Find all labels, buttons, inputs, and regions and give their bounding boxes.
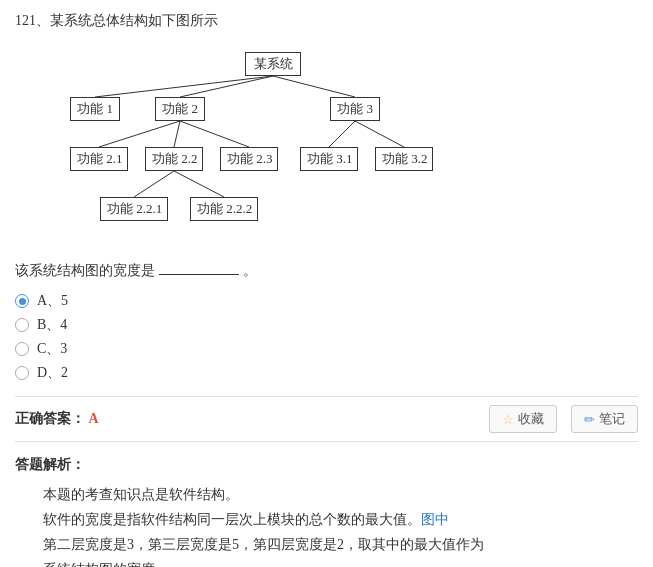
- option-D[interactable]: D、2: [15, 364, 638, 382]
- svg-line-7: [355, 121, 404, 147]
- option-A[interactable]: A、5: [15, 292, 638, 310]
- svg-line-1: [180, 76, 273, 97]
- option-label-B: B、4: [37, 316, 67, 334]
- tree-node-f2: 功能 2: [155, 97, 205, 121]
- tree-node-f3: 功能 3: [330, 97, 380, 121]
- svg-line-3: [99, 121, 180, 147]
- collect-button[interactable]: ☆ 收藏: [489, 405, 557, 433]
- radio-B: [15, 318, 29, 332]
- tree-node-f32: 功能 3.2: [375, 147, 433, 171]
- pencil-icon: ✏: [584, 412, 595, 427]
- svg-line-0: [95, 76, 273, 97]
- tree-node-f221: 功能 2.2.1: [100, 197, 168, 221]
- tree-node-f1: 功能 1: [70, 97, 120, 121]
- tree-diagram: 某系统功能 1功能 2功能 3功能 2.1功能 2.2功能 2.3功能 3.1功…: [15, 42, 638, 252]
- analysis-line-1: 软件的宽度是指软件结构同一层次上模块的总个数的最大值。图中: [43, 507, 638, 532]
- option-B[interactable]: B、4: [15, 316, 638, 334]
- option-label-A: A、5: [37, 292, 68, 310]
- svg-line-4: [174, 121, 180, 147]
- question-number: 121、某系统总体结构如下图所示: [15, 13, 218, 28]
- tree-node-f222: 功能 2.2.2: [190, 197, 258, 221]
- analysis-line-3: 系统结构图的宽度。: [43, 557, 638, 567]
- analysis-title: 答题解析：: [15, 452, 638, 477]
- tree-node-f31: 功能 3.1: [300, 147, 358, 171]
- analysis-line-2: 第二层宽度是3，第三层宽度是5，第四层宽度是2，取其中的最大值作为: [43, 532, 638, 557]
- answer-value: A: [89, 411, 99, 426]
- note-button[interactable]: ✏ 笔记: [571, 405, 638, 433]
- correct-answer: 正确答案： A: [15, 410, 99, 428]
- analysis-line-0: 本题的考查知识点是软件结构。: [43, 482, 638, 507]
- tree-node-f22: 功能 2.2: [145, 147, 203, 171]
- radio-A: [15, 294, 29, 308]
- option-C[interactable]: C、3: [15, 340, 638, 358]
- option-label-C: C、3: [37, 340, 67, 358]
- answer-blank: [159, 274, 239, 275]
- analysis-section: 答题解析： 本题的考查知识点是软件结构。软件的宽度是指软件结构同一层次上模块的总…: [15, 452, 638, 567]
- analysis-body: 本题的考查知识点是软件结构。软件的宽度是指软件结构同一层次上模块的总个数的最大值…: [15, 482, 638, 567]
- svg-line-8: [134, 171, 174, 197]
- action-buttons: ☆ 收藏 ✏ 笔记: [489, 405, 638, 433]
- radio-C: [15, 342, 29, 356]
- svg-line-9: [174, 171, 224, 197]
- svg-line-2: [273, 76, 355, 97]
- tree-node-root: 某系统: [245, 52, 301, 76]
- question-text: 该系统结构图的宽度是。: [15, 262, 638, 280]
- options-list: A、5B、4C、3D、2: [15, 292, 638, 382]
- svg-line-5: [180, 121, 249, 147]
- highlight-text: 图中: [421, 512, 449, 527]
- star-icon: ☆: [502, 412, 514, 427]
- question-header: 121、某系统总体结构如下图所示: [15, 10, 638, 32]
- tree-node-f23: 功能 2.3: [220, 147, 278, 171]
- answer-row: 正确答案： A ☆ 收藏 ✏ 笔记: [15, 396, 638, 442]
- option-label-D: D、2: [37, 364, 68, 382]
- tree-node-f21: 功能 2.1: [70, 147, 128, 171]
- radio-D: [15, 366, 29, 380]
- svg-line-6: [329, 121, 355, 147]
